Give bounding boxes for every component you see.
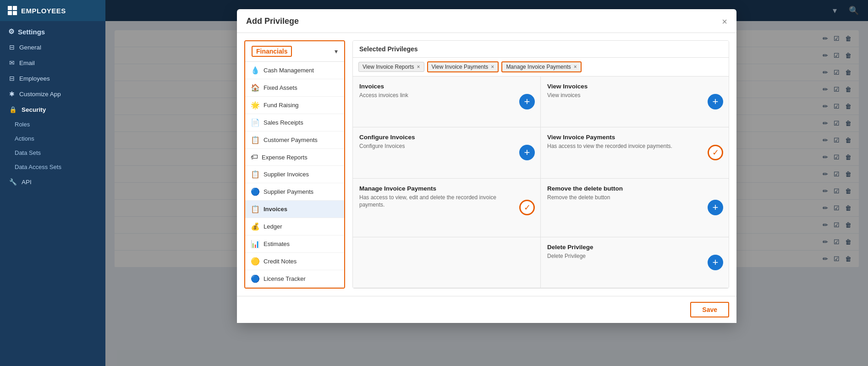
modal-overlay: Add Privilege × Financials ▾ 💧 Cash Mana…: [105, 0, 868, 366]
general-icon: ⊟: [9, 44, 15, 51]
privilege-name-remove-delete-button: Remove the delete button: [547, 185, 696, 192]
add-delete-privilege-button[interactable]: +: [708, 255, 723, 270]
svg-rect-2: [8, 11, 12, 15]
category-item-ledger[interactable]: 💰 Ledger: [245, 218, 344, 235]
sidebar-item-actions[interactable]: Actions: [0, 131, 105, 146]
privilege-cell-invoices: Invoices Access invoices link +: [353, 76, 541, 127]
credit-notes-icon: 🟡: [251, 257, 260, 266]
privilege-cell-view-invoice-payments: View Invoice Payments Has access to view…: [541, 127, 729, 178]
privileges-panel: Selected Privileges View Invoice Reports…: [352, 40, 729, 289]
privileges-grid: Invoices Access invoices link + View Inv…: [353, 76, 729, 288]
settings-section-title: ⚙ Settings: [0, 21, 105, 39]
privilege-desc-invoices: Access invoices link: [359, 92, 507, 99]
sidebar-item-api[interactable]: 🔧 API: [0, 174, 105, 190]
modal-body: Financials ▾ 💧 Cash Management 🏠 Fixed A…: [237, 33, 736, 296]
category-panel: Financials ▾ 💧 Cash Management 🏠 Fixed A…: [244, 40, 345, 289]
privilege-cell-view-invoices: View Invoices View invoices +: [541, 76, 729, 127]
privilege-name-view-invoices: View Invoices: [547, 83, 696, 90]
selected-privileges-bar: View Invoice Reports × View Invoice Paym…: [353, 58, 729, 76]
sidebar-header: EMPLOYEES: [0, 0, 105, 21]
privilege-action-configure-invoices: +: [514, 127, 540, 178]
add-invoices-button[interactable]: +: [519, 94, 535, 109]
privilege-info-configure-invoices: Configure Invoices Configure Invoices: [353, 127, 514, 178]
ledger-icon: 💰: [251, 222, 260, 231]
svg-rect-3: [13, 11, 17, 15]
privilege-info-view-invoices: View Invoices View invoices: [541, 76, 702, 127]
privilege-desc-configure-invoices: Configure Invoices: [359, 142, 507, 150]
check-view-invoice-payments-button[interactable]: ✓: [708, 145, 723, 160]
category-item-supplier-invoices[interactable]: 📋 Supplier Invoices: [245, 166, 344, 183]
sidebar-item-customize[interactable]: ✱ Customize App: [0, 86, 105, 102]
privilege-name-delete-privilege: Delete Privilege: [547, 244, 696, 251]
privilege-action-manage-invoice-payments: ✓: [514, 179, 540, 237]
privilege-info-delete-privilege: Delete Privilege Delete Privilege: [541, 237, 702, 288]
add-remove-delete-button[interactable]: +: [708, 200, 723, 215]
privilege-action-view-invoices: +: [702, 76, 729, 127]
privilege-action-view-invoice-payments: ✓: [702, 127, 729, 178]
email-icon: ✉: [9, 59, 15, 66]
modal-header: Add Privilege ×: [237, 9, 736, 33]
category-list: 💧 Cash Management 🏠 Fixed Assets 🌟 Fund …: [245, 62, 344, 288]
supplier-invoices-icon: 📋: [251, 170, 260, 179]
privilege-info-manage-invoice-payments: Manage Invoice Payments Has access to vi…: [353, 179, 514, 237]
sidebar-item-employees[interactable]: ⊟ Employees: [0, 71, 105, 86]
privilege-info-view-invoice-payments: View Invoice Payments Has access to view…: [541, 127, 702, 178]
sidebar-item-roles[interactable]: Roles: [0, 117, 105, 131]
category-item-expense-reports[interactable]: 🏷 Expense Reports: [245, 149, 344, 166]
category-item-sales-receipts[interactable]: 📄 Sales Receipts: [245, 114, 344, 131]
svg-rect-1: [13, 6, 17, 10]
privilege-cell-empty: [353, 237, 541, 288]
privilege-cell-manage-invoice-payments: Manage Invoice Payments Has access to vi…: [353, 179, 541, 237]
sidebar-item-data-access-sets[interactable]: Data Access Sets: [0, 160, 105, 174]
privilege-desc-delete-privilege: Delete Privilege: [547, 252, 696, 260]
privilege-cell-configure-invoices: Configure Invoices Configure Invoices +: [353, 127, 541, 178]
selected-privileges-title: Selected Privileges: [353, 41, 729, 58]
remove-tag-manage-invoice-payments[interactable]: ×: [574, 64, 577, 70]
privilege-desc-view-invoice-payments: Has access to view the recorded invoice …: [547, 142, 696, 150]
privilege-name-configure-invoices: Configure Invoices: [359, 134, 507, 141]
remove-tag-view-invoice-payments[interactable]: ×: [491, 64, 494, 70]
save-button[interactable]: Save: [690, 302, 729, 317]
api-icon: 🔧: [9, 178, 17, 186]
remove-tag-view-invoice-reports[interactable]: ×: [417, 64, 420, 70]
modal-footer: Save: [237, 296, 736, 323]
fund-raising-icon: 🌟: [251, 101, 260, 109]
expense-reports-icon: 🏷: [251, 153, 258, 161]
category-item-cash-management[interactable]: 💧 Cash Management: [245, 62, 344, 79]
privilege-info-remove-delete-button: Remove the delete button Remove the dele…: [541, 179, 702, 237]
license-tracker-icon: 🔵: [251, 274, 260, 283]
privilege-cell-delete-privilege: Delete Privilege Delete Privilege +: [541, 237, 729, 288]
privilege-action-remove-delete-button: +: [702, 179, 729, 237]
category-item-invoices[interactable]: 📋 Invoices: [245, 201, 344, 218]
category-item-credit-notes[interactable]: 🟡 Credit Notes: [245, 253, 344, 270]
chevron-down-icon: ▾: [335, 48, 338, 55]
sidebar-item-datasets[interactable]: Data Sets: [0, 146, 105, 160]
privilege-name-view-invoice-payments: View Invoice Payments: [547, 134, 696, 141]
category-item-customer-payments[interactable]: 📋 Customer Payments: [245, 131, 344, 149]
fixed-assets-icon: 🏠: [251, 83, 260, 92]
privilege-action-invoices: +: [514, 76, 540, 127]
sidebar-item-email[interactable]: ✉ Email: [0, 55, 105, 71]
invoices-icon: 📋: [251, 205, 260, 213]
category-item-fixed-assets[interactable]: 🏠 Fixed Assets: [245, 79, 344, 97]
sidebar-item-general[interactable]: ⊟ General: [0, 39, 105, 55]
add-configure-invoices-button[interactable]: +: [519, 145, 535, 160]
app-title: EMPLOYEES: [21, 7, 66, 15]
privilege-info-invoices: Invoices Access invoices link: [353, 76, 514, 127]
sales-receipts-icon: 📄: [251, 118, 260, 127]
privilege-desc-manage-invoice-payments: Has access to view, edit and delete the …: [359, 194, 507, 209]
category-item-fund-raising[interactable]: 🌟 Fund Raising: [245, 97, 344, 114]
sidebar-item-security[interactable]: 🔒 Security: [0, 102, 105, 117]
check-manage-invoice-payments-button[interactable]: ✓: [519, 200, 535, 215]
sidebar-nav: ⊟ General ✉ Email ⊟ Employees ✱ Customiz…: [0, 39, 105, 190]
sidebar: EMPLOYEES ⚙ Settings ⊟ General ✉ Email ⊟…: [0, 0, 105, 366]
privilege-tag-view-invoice-reports: View Invoice Reports ×: [358, 62, 424, 72]
privilege-name-invoices: Invoices: [359, 83, 507, 90]
privilege-tag-view-invoice-payments: View Invoice Payments ×: [427, 61, 499, 72]
category-item-supplier-payments[interactable]: 🔵 Supplier Payments: [245, 183, 344, 201]
category-item-license-tracker[interactable]: 🔵 License Tracker: [245, 270, 344, 288]
category-dropdown[interactable]: Financials ▾: [245, 41, 344, 62]
modal-close-button[interactable]: ×: [722, 17, 727, 26]
category-item-estimates[interactable]: 📊 Estimates: [245, 235, 344, 253]
add-view-invoices-button[interactable]: +: [708, 94, 723, 109]
